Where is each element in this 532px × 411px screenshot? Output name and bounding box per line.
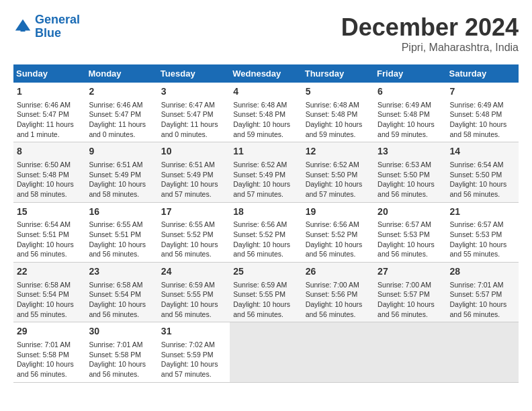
weekday-header: Tuesday [158, 64, 230, 83]
weekday-header: Friday [374, 64, 446, 83]
calendar-day: 13Sunrise: 6:53 AM Sunset: 5:50 PM Dayli… [374, 142, 446, 202]
calendar-day: 3Sunrise: 6:47 AM Sunset: 5:47 PM Daylig… [158, 83, 230, 142]
day-info: Sunrise: 7:01 AM Sunset: 5:58 PM Dayligh… [17, 340, 82, 379]
day-info: Sunrise: 6:57 AM Sunset: 5:53 PM Dayligh… [378, 220, 443, 259]
calendar-week: 15Sunrise: 6:54 AM Sunset: 5:51 PM Dayli… [13, 202, 519, 262]
calendar-day: 18Sunrise: 6:56 AM Sunset: 5:52 PM Dayli… [230, 202, 302, 262]
day-number: 11 [233, 145, 298, 158]
day-info: Sunrise: 6:46 AM Sunset: 5:47 PM Dayligh… [17, 100, 82, 140]
calendar-day: 16Sunrise: 6:55 AM Sunset: 5:51 PM Dayli… [85, 202, 157, 262]
day-info: Sunrise: 6:48 AM Sunset: 5:48 PM Dayligh… [306, 100, 371, 140]
day-number: 4 [233, 85, 298, 99]
day-number: 13 [378, 145, 443, 158]
day-number: 14 [450, 145, 515, 158]
calendar-week: 8Sunrise: 6:50 AM Sunset: 5:48 PM Daylig… [13, 142, 519, 202]
calendar-day [374, 322, 446, 382]
day-info: Sunrise: 6:47 AM Sunset: 5:47 PM Dayligh… [161, 100, 226, 140]
calendar-day: 14Sunrise: 6:54 AM Sunset: 5:50 PM Dayli… [447, 142, 519, 202]
day-info: Sunrise: 6:56 AM Sunset: 5:52 PM Dayligh… [233, 220, 298, 259]
calendar-day: 2Sunrise: 6:46 AM Sunset: 5:47 PM Daylig… [85, 83, 157, 142]
calendar-day: 23Sunrise: 6:58 AM Sunset: 5:54 PM Dayli… [85, 263, 157, 322]
day-info: Sunrise: 6:55 AM Sunset: 5:51 PM Dayligh… [89, 220, 154, 259]
weekday-header: Wednesday [230, 64, 302, 83]
calendar-day: 15Sunrise: 6:54 AM Sunset: 5:51 PM Dayli… [13, 202, 85, 262]
day-number: 29 [17, 325, 82, 338]
calendar-day: 1Sunrise: 6:46 AM Sunset: 5:47 PM Daylig… [13, 83, 85, 142]
calendar-week: 1Sunrise: 6:46 AM Sunset: 5:47 PM Daylig… [13, 83, 519, 142]
calendar-day: 21Sunrise: 6:57 AM Sunset: 5:53 PM Dayli… [447, 202, 519, 262]
weekday-header: Saturday [447, 64, 519, 83]
day-info: Sunrise: 6:52 AM Sunset: 5:50 PM Dayligh… [306, 160, 371, 199]
day-info: Sunrise: 6:57 AM Sunset: 5:53 PM Dayligh… [450, 220, 515, 259]
logo-icon [13, 17, 32, 36]
day-number: 9 [89, 145, 154, 158]
day-number: 10 [161, 145, 226, 158]
day-info: Sunrise: 6:46 AM Sunset: 5:47 PM Dayligh… [89, 100, 154, 140]
day-number: 21 [450, 205, 515, 219]
day-number: 15 [17, 205, 82, 219]
calendar-week: 22Sunrise: 6:58 AM Sunset: 5:54 PM Dayli… [13, 263, 519, 322]
day-number: 27 [378, 265, 443, 279]
calendar-day: 20Sunrise: 6:57 AM Sunset: 5:53 PM Dayli… [374, 202, 446, 262]
day-info: Sunrise: 6:49 AM Sunset: 5:48 PM Dayligh… [378, 100, 443, 140]
calendar-day: 22Sunrise: 6:58 AM Sunset: 5:54 PM Dayli… [13, 263, 85, 322]
day-number: 31 [161, 325, 226, 338]
day-number: 30 [89, 325, 154, 338]
calendar-header: SundayMondayTuesdayWednesdayThursdayFrid… [13, 64, 519, 83]
day-info: Sunrise: 6:50 AM Sunset: 5:48 PM Dayligh… [17, 160, 82, 199]
day-info: Sunrise: 7:00 AM Sunset: 5:57 PM Dayligh… [378, 280, 443, 320]
calendar-day: 28Sunrise: 7:01 AM Sunset: 5:57 PM Dayli… [447, 263, 519, 322]
day-number: 17 [161, 205, 226, 219]
day-number: 28 [450, 265, 515, 279]
day-info: Sunrise: 7:01 AM Sunset: 5:58 PM Dayligh… [89, 340, 154, 379]
day-number: 5 [306, 85, 371, 99]
calendar-day: 4Sunrise: 6:48 AM Sunset: 5:48 PM Daylig… [230, 83, 302, 142]
calendar-table: SundayMondayTuesdayWednesdayThursdayFrid… [13, 64, 519, 383]
day-info: Sunrise: 6:58 AM Sunset: 5:54 PM Dayligh… [17, 280, 82, 320]
calendar-day: 26Sunrise: 7:00 AM Sunset: 5:56 PM Dayli… [302, 263, 374, 322]
calendar-day: 6Sunrise: 6:49 AM Sunset: 5:48 PM Daylig… [374, 83, 446, 142]
day-number: 22 [17, 265, 82, 279]
day-number: 2 [89, 85, 154, 99]
day-number: 25 [233, 265, 298, 279]
day-number: 19 [306, 205, 371, 219]
day-info: Sunrise: 7:00 AM Sunset: 5:56 PM Dayligh… [306, 280, 371, 320]
day-info: Sunrise: 6:59 AM Sunset: 5:55 PM Dayligh… [233, 280, 298, 320]
day-info: Sunrise: 6:58 AM Sunset: 5:54 PM Dayligh… [89, 280, 154, 320]
day-info: Sunrise: 6:51 AM Sunset: 5:49 PM Dayligh… [161, 160, 226, 199]
calendar-day: 27Sunrise: 7:00 AM Sunset: 5:57 PM Dayli… [374, 263, 446, 322]
day-number: 12 [306, 145, 371, 158]
day-info: Sunrise: 6:54 AM Sunset: 5:50 PM Dayligh… [450, 160, 515, 199]
calendar-day: 30Sunrise: 7:01 AM Sunset: 5:58 PM Dayli… [85, 322, 157, 382]
calendar-day: 5Sunrise: 6:48 AM Sunset: 5:48 PM Daylig… [302, 83, 374, 142]
day-info: Sunrise: 6:53 AM Sunset: 5:50 PM Dayligh… [378, 160, 443, 199]
day-number: 6 [378, 85, 443, 99]
calendar-day [302, 322, 374, 382]
logo-blue: Blue [35, 26, 61, 40]
calendar-day: 11Sunrise: 6:52 AM Sunset: 5:49 PM Dayli… [230, 142, 302, 202]
weekday-header: Sunday [13, 64, 85, 83]
day-info: Sunrise: 6:48 AM Sunset: 5:48 PM Dayligh… [233, 100, 298, 140]
day-info: Sunrise: 6:55 AM Sunset: 5:52 PM Dayligh… [161, 220, 226, 259]
day-number: 24 [161, 265, 226, 279]
calendar-day: 31Sunrise: 7:02 AM Sunset: 5:59 PM Dayli… [158, 322, 230, 382]
day-info: Sunrise: 6:59 AM Sunset: 5:55 PM Dayligh… [161, 280, 226, 320]
day-number: 26 [306, 265, 371, 279]
logo: General Blue [13, 13, 80, 40]
title-block: December 2024 Pipri, Maharashtra, India [341, 13, 519, 54]
weekday-header: Monday [85, 64, 157, 83]
day-info: Sunrise: 7:01 AM Sunset: 5:57 PM Dayligh… [450, 280, 515, 320]
day-number: 3 [161, 85, 226, 99]
calendar-day [230, 322, 302, 382]
calendar-day: 9Sunrise: 6:51 AM Sunset: 5:49 PM Daylig… [85, 142, 157, 202]
day-info: Sunrise: 6:54 AM Sunset: 5:51 PM Dayligh… [17, 220, 82, 259]
day-number: 7 [450, 85, 515, 99]
day-number: 20 [378, 205, 443, 219]
svg-rect-1 [21, 26, 26, 31]
calendar-day: 29Sunrise: 7:01 AM Sunset: 5:58 PM Dayli… [13, 322, 85, 382]
calendar-week: 29Sunrise: 7:01 AM Sunset: 5:58 PM Dayli… [13, 322, 519, 382]
calendar-day: 12Sunrise: 6:52 AM Sunset: 5:50 PM Dayli… [302, 142, 374, 202]
day-info: Sunrise: 6:51 AM Sunset: 5:49 PM Dayligh… [89, 160, 154, 199]
page-header: General Blue December 2024 Pipri, Mahara… [13, 13, 519, 54]
calendar-day: 19Sunrise: 6:56 AM Sunset: 5:52 PM Dayli… [302, 202, 374, 262]
